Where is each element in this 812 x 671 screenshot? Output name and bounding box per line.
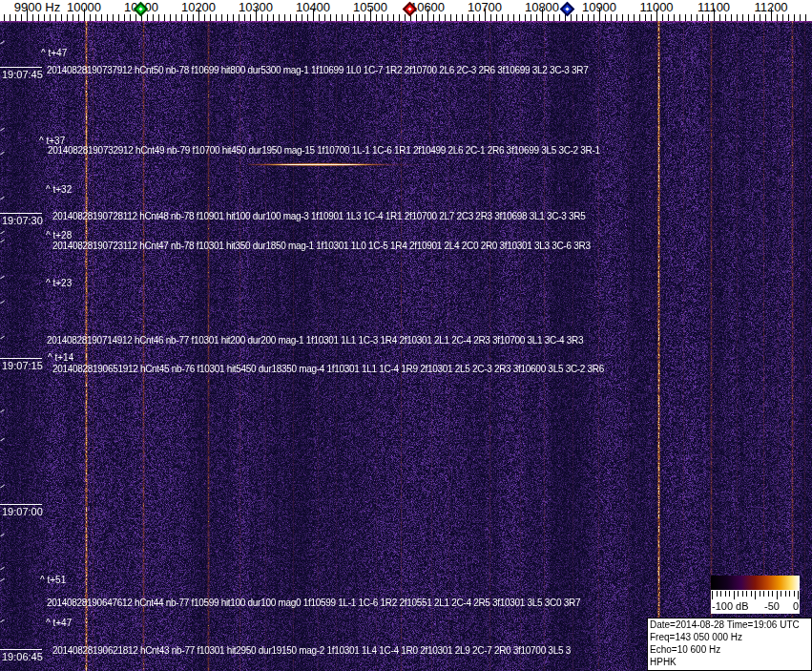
db-tick [751,591,752,597]
freq-tick [32,14,33,21]
db-tick [717,591,718,597]
freq-tick [725,14,726,21]
freq-tick [376,14,377,21]
db-max-label: 0 [793,600,799,612]
db-gradient-bar [711,576,800,590]
freq-tick [662,14,663,21]
freq-label: 11100 [697,0,730,14]
freq-tick [61,14,62,21]
db-tick [789,591,790,597]
freq-tick [227,14,228,21]
freq-tick [525,14,526,21]
db-tick [738,591,739,597]
freq-tick [639,14,640,21]
db-tick [742,591,743,597]
freq-tick [634,14,635,21]
freq-tick [267,14,268,21]
db-tick [729,591,730,597]
freq-tick [782,14,783,21]
freq-tick [210,14,211,21]
freq-tick [582,14,583,21]
db-tick [772,591,773,597]
freq-tick [691,14,692,21]
freq-label: 9900 Hz [14,0,60,14]
freq-tick [90,14,91,21]
freq-tick [777,14,778,21]
freq-tick [548,14,549,21]
freq-label: 10500 [353,0,387,14]
freq-tick [135,14,136,21]
freq-tick [307,14,308,21]
freq-tick [519,14,520,21]
freq-tick [697,14,697,21]
freq-tick [359,14,360,21]
db-tick [712,591,713,599]
freq-tick [593,14,594,21]
freq-tick [611,14,612,21]
freq-tick [181,14,182,21]
freq-tick [204,14,205,21]
freq-tick [261,14,262,21]
freq-tick [719,14,720,21]
freq-tick [221,14,222,21]
freq-tick [113,14,114,21]
freq-tick [279,14,280,21]
freq-tick [15,14,16,21]
freq-tick [685,14,686,21]
db-tick [746,591,747,597]
db-mid-label: -50 [764,600,780,612]
spectrogram-display [0,21,812,671]
db-tick [763,591,764,597]
freq-tick [118,14,119,21]
freq-tick [668,14,669,21]
freq-label: 11000 [639,0,673,14]
freq-tick [158,14,159,21]
freq-tick [67,14,68,21]
db-scale-legend: -100 dB -50 0 [711,576,800,614]
freq-tick [78,14,79,21]
freq-tick [38,14,39,21]
db-tick [777,591,778,599]
freq-tick [531,14,531,21]
db-tick [734,591,735,599]
freq-tick [731,14,732,21]
freq-tick [239,14,239,21]
freq-tick [765,14,766,21]
freq-tick [462,14,463,21]
freq-tick [290,14,291,21]
freq-tick [273,14,274,21]
db-tick [755,591,756,599]
freq-tick [450,14,451,21]
freq-tick [651,14,652,21]
freq-tick [422,14,423,21]
freq-label: 10000 [67,0,101,14]
freq-tick [588,14,589,21]
db-labels: -100 dB -50 0 [711,600,800,614]
freq-label: 10300 [239,0,273,14]
freq-tick [679,14,680,21]
freq-tick [164,14,165,21]
freq-tick [124,14,125,21]
freq-tick [147,14,148,21]
info-date-time: Date=2014-08-28 Time=19:06 UTC [650,619,809,631]
freq-tick [508,14,509,21]
freq-tick [559,14,560,21]
info-box: Date=2014-08-28 Time=19:06 UTC Freq=143 … [647,618,812,671]
freq-tick [347,14,348,21]
freq-tick [296,14,297,21]
freq-tick [800,14,801,21]
marker-center-dot [565,7,569,10]
freq-tick [176,14,177,21]
freq-tick [187,14,188,21]
freq-tick [324,14,325,21]
freq-tick [805,14,806,21]
freq-tick [216,14,217,21]
freq-tick [708,14,709,21]
freq-label: 10800 [525,0,559,14]
freq-tick [645,14,646,21]
freq-tick [536,14,537,21]
freq-tick [742,14,743,21]
db-tick [785,591,786,597]
freq-tick [405,14,406,21]
freq-tick [674,14,675,21]
